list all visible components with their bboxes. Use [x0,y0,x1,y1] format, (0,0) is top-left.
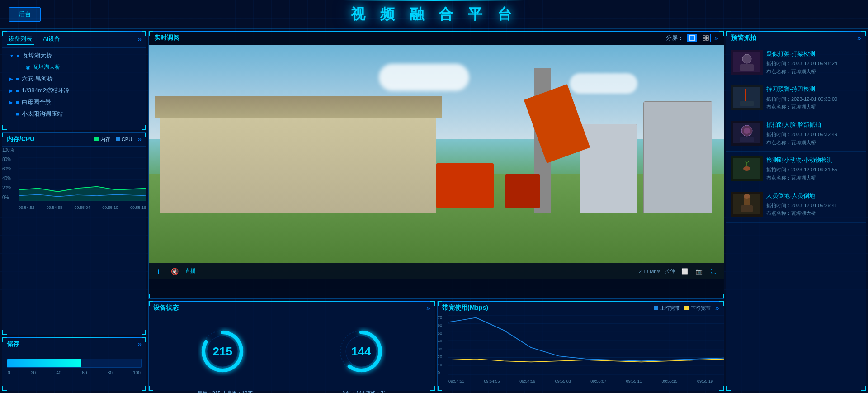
alert-content-4: 人员倒地-人员倒地 抓拍时间：2023-12-01 09:29:41 布点名称：… [766,192,861,218]
video-speed: 2.13 Mb/s [639,269,660,274]
header-decoration [344,0,524,1]
device-list: ▼ ■ 瓦埠湖大桥 ◉ 瓦埠湖大桥 ▶ ■ 六安-皂河桥 ▶ ■ 1# [2,48,146,122]
bw-up-dot [654,306,658,310]
screenshot-icon[interactable]: 📷 [694,266,704,276]
right-panel: 预警抓拍 » 疑似打架-打架检测 抓拍时间：2023-12-01 09:48:2… [726,31,866,391]
device-status-header: 设备状态 » [149,301,435,315]
video-expand[interactable]: » [714,34,718,42]
fullscreen-icon[interactable]: ⛶ [708,266,718,276]
cpu-legend: 内存 CPU » [94,135,142,143]
tab-ai-device[interactable]: AI设备 [41,34,62,45]
capture-time-label-3: 抓拍时间： [766,167,791,172]
bandwidth-header-right: 上行宽带 下行宽带 » [654,304,719,312]
alert-panel-expand[interactable]: » [857,34,861,42]
device-panel-expand[interactable]: » [137,35,142,43]
device-item-1c[interactable]: ◉ 瓦埠湖大桥 [2,62,146,73]
alert-item-0[interactable]: 疑似打架-打架检测 抓拍时间：2023-12-01 09:48:24 布点名称：… [726,45,866,80]
scale-0: 0 [8,370,10,375]
x-label-0: 09:54:52 [19,205,34,210]
legend-memory: 内存 [94,136,110,143]
capture-time-1: 2023-12-01 09:33:00 [791,96,837,102]
device-item-2[interactable]: ▶ ■ 六安-皂河桥 [2,73,146,85]
bw-x-4: 09:55:07 [590,379,606,384]
video-image [149,45,724,279]
capture-time-3: 2023-12-01 09:31:55 [791,167,837,172]
alert-thumb-2 [731,121,763,146]
split-1-btn[interactable] [687,34,697,42]
alert-list: 疑似打架-打架检测 抓拍时间：2023-12-01 09:48:24 布点名称：… [726,45,866,391]
device-icon-4: ■ [16,99,19,105]
bottom-center-panels: 设备状态 » [148,301,724,391]
device-icon-2: ■ [16,76,19,81]
svg-rect-32 [745,89,746,102]
bw-down-label: 下行宽带 [691,305,711,312]
bandwidth-expand[interactable]: » [715,304,719,312]
svg-point-28 [742,54,751,63]
alert-item-4[interactable]: 人员倒地-人员倒地 抓拍时间：2023-12-01 09:29:41 布点名称：… [726,187,866,223]
mute-button[interactable]: 🔇 [170,266,179,276]
video-controls-right: 分屏： » [666,34,718,42]
bandwidth-panel: 带宽使用(Mbps) 上行宽带 下行宽带 » [437,301,724,391]
x-label-4: 09:55:16 [130,205,146,210]
capture-time-label-4: 抓拍时间： [766,203,791,208]
device-item-4[interactable]: ▶ ■ 白母园全景 [2,96,146,108]
location-3: 瓦埠湖大桥 [791,175,816,180]
video-bottom-left: ⏸ 🔇 直播 [154,266,196,276]
bandwidth-chart: 70 60 50 40 30 20 10 0 [438,315,724,375]
scale-80: 80 [108,370,113,375]
svg-rect-7 [689,36,695,40]
back-button[interactable]: 后台 [9,7,41,22]
alert-meta-3: 抓拍时间：2023-12-01 09:31:55 布点名称：瓦埠湖大桥 [766,166,861,182]
alert-thumb-1 [731,85,763,110]
cpu-panel-expand[interactable]: » [137,135,142,143]
svg-rect-38 [740,137,754,142]
svg-rect-8 [703,36,705,38]
bw-y-40: 40 [438,339,448,343]
bandwidth-title: 带宽使用(Mbps) [442,304,488,312]
video-title: 实时调阅 [154,34,179,42]
bw-y-50: 50 [438,331,448,336]
online-gauge-container: 215 [198,327,247,376]
scale-40: 40 [57,370,61,375]
cpu-panel-header: 内存/CPU 内存 CPU » [2,133,146,147]
device-status-expand[interactable]: » [426,304,430,312]
bw-y-20: 20 [438,355,448,359]
right-panel-header: 预警抓拍 » [726,31,866,45]
tab-device-list[interactable]: 设备列表 [7,34,34,45]
alert-item-3[interactable]: 检测到小动物-小动物检测 抓拍时间：2023-12-01 09:31:55 布点… [726,152,866,187]
bw-x-7: 09:55:19 [697,379,713,384]
record-icon[interactable]: ⬜ [679,266,689,276]
alert-meta-0: 抓拍时间：2023-12-01 09:48:24 布点名称：瓦埠湖大桥 [766,60,861,76]
live-label: 直播 [185,267,196,275]
scene-cloud2 [570,73,637,94]
device-label-4: 白母园全景 [22,98,51,106]
alert-meta-1: 抓拍时间：2023-12-01 09:33:00 布点名称：瓦埠湖大桥 [766,95,861,111]
svg-rect-33 [740,101,754,106]
capture-time-label-0: 抓拍时间： [766,61,791,66]
device-item-5[interactable]: ■ 小太阳沟调压站 [2,108,146,120]
capture-time-label-2: 抓拍时间： [766,132,791,137]
main-layout: 设备列表 AI设备 » ▼ ■ 瓦埠湖大桥 ◉ 瓦埠湖大桥 ▶ ■ [0,29,868,393]
scene-cloud1 [379,64,469,91]
alert-meta-2: 抓拍时间：2023-12-01 09:32:49 布点名称：瓦埠湖大桥 [766,131,861,147]
device-item-3[interactable]: ▶ ■ 1#384m2综结环冷 [2,85,146,96]
pause-button[interactable]: ⏸ [154,266,164,276]
split-4-btn[interactable] [701,34,711,42]
alert-panel-title: 预警抓拍 [731,34,756,42]
location-label-3: 布点名称： [766,175,791,180]
alert-title-1: 持刀预警-持刀检测 [766,85,861,93]
location-0: 瓦埠湖大桥 [791,69,816,74]
offline-gauge: 144 [336,327,386,376]
storage-bar-fill [7,359,81,367]
bw-y-10: 10 [438,363,448,367]
alert-thumb-4 [731,192,763,217]
alert-item-2[interactable]: 抓拍到人脸-脸部抓拍 抓拍时间：2023-12-01 09:32:49 布点名称… [726,116,866,152]
footer-online: 启用：215 未启用：1285 [198,390,253,393]
arrow-icon-3: ▶ [9,88,13,93]
storage-expand[interactable]: » [137,340,142,348]
alert-item-1[interactable]: 持刀预警-持刀检测 抓拍时间：2023-12-01 09:33:00 布点名称：… [726,80,866,116]
device-item-1[interactable]: ▼ ■ 瓦埠湖大桥 [2,50,146,62]
storage-scale: 0 20 40 60 80 100 [7,370,142,375]
storage-bar-container: / 0 20 40 60 80 100 [2,351,146,379]
alert-title-2: 抓拍到人脸-脸部抓拍 [766,121,861,129]
